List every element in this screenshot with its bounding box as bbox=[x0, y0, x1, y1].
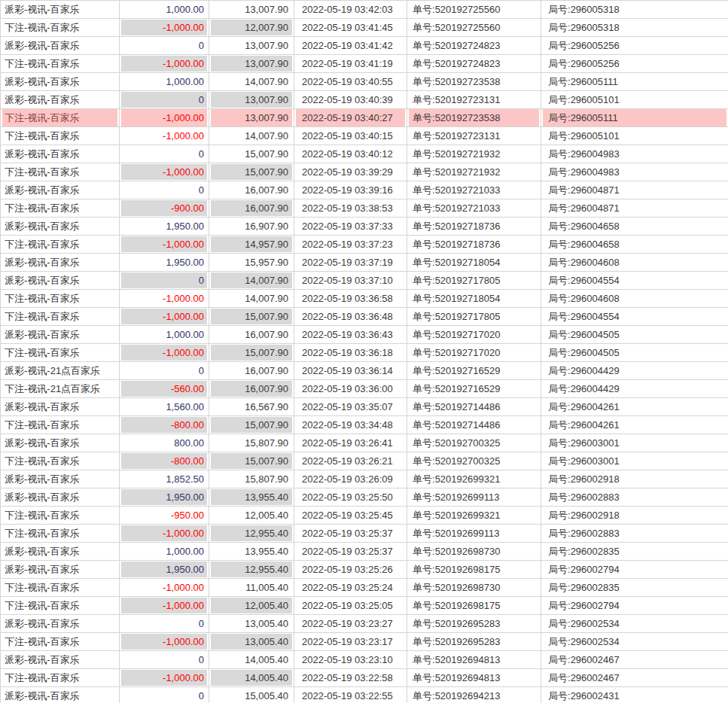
cell-amount: -1,000.00 bbox=[120, 236, 209, 254]
transaction-row[interactable]: 下注-视讯-百家乐 -1,000.00 14,957.90 2022-05-19… bbox=[1, 236, 728, 254]
transaction-row[interactable]: 派彩-视讯-百家乐 0 14,007.90 2022-05-19 03:37:1… bbox=[1, 272, 728, 290]
transaction-row[interactable]: 下注-视讯-21点百家乐 -560.00 16,007.90 2022-05-1… bbox=[1, 380, 728, 398]
order-prefix-label: 单号: bbox=[413, 582, 435, 593]
transaction-row[interactable]: 派彩-视讯-百家乐 1,000.00 13,955.40 2022-05-19 … bbox=[1, 543, 728, 561]
cell-timestamp: 2022-05-19 03:40:55 bbox=[294, 73, 407, 91]
cell-order-number: 单号:520192695283 bbox=[407, 615, 541, 633]
order-number: 520192716529 bbox=[435, 383, 501, 394]
transaction-row[interactable]: 派彩-视讯-百家乐 0 15,005.40 2022-05-19 03:22:5… bbox=[1, 687, 728, 703]
transactions-table: 派彩-视讯-百家乐 1,000.00 13,007.90 2022-05-19 … bbox=[0, 0, 728, 703]
cell-balance: 16,007.90 bbox=[209, 326, 294, 344]
transaction-row[interactable]: 下注-视讯-百家乐 -1,000.00 15,007.90 2022-05-19… bbox=[1, 344, 728, 362]
transaction-row[interactable]: 下注-视讯-百家乐 -1,000.00 13,007.90 2022-05-19… bbox=[1, 55, 728, 73]
transaction-row[interactable]: 派彩-视讯-百家乐 1,000.00 14,007.90 2022-05-19 … bbox=[1, 73, 728, 91]
transaction-row[interactable]: 派彩-视讯-百家乐 0 16,007.90 2022-05-19 03:39:1… bbox=[1, 181, 728, 199]
transaction-row-selected[interactable]: 下注-视讯-百家乐 -1,000.00 13,007.90 2022-05-19… bbox=[1, 109, 728, 127]
order-number: 520192721932 bbox=[435, 148, 501, 160]
order-prefix-label: 单号: bbox=[413, 600, 435, 611]
cell-timestamp: 2022-05-19 03:22:58 bbox=[294, 669, 407, 687]
transaction-row[interactable]: 派彩-视讯-21点百家乐 0 16,007.90 2022-05-19 03:3… bbox=[1, 362, 728, 380]
cell-round-number: 局号:296002534 bbox=[541, 633, 728, 651]
order-number: 520192721033 bbox=[435, 184, 501, 196]
transaction-row[interactable]: 下注-视讯-百家乐 -1,000.00 11,005.40 2022-05-19… bbox=[1, 579, 728, 597]
transaction-row[interactable]: 下注-视讯-百家乐 -1,000.00 15,007.90 2022-05-19… bbox=[1, 163, 728, 181]
transaction-row[interactable]: 派彩-视讯-百家乐 1,852.50 15,807.90 2022-05-19 … bbox=[1, 470, 728, 488]
cell-game-type: 派彩-视讯-百家乐 bbox=[1, 543, 120, 561]
transaction-row[interactable]: 派彩-视讯-百家乐 1,950.00 16,907.90 2022-05-19 … bbox=[1, 218, 728, 236]
round-prefix-label: 局号: bbox=[548, 672, 571, 683]
transaction-row[interactable]: 下注-视讯-百家乐 -1,000.00 14,007.90 2022-05-19… bbox=[1, 127, 728, 145]
round-number: 296004261 bbox=[571, 401, 620, 412]
cell-balance: 15,005.40 bbox=[209, 687, 294, 703]
cell-timestamp: 2022-05-19 03:39:16 bbox=[294, 181, 407, 199]
cell-game-type: 派彩-视讯-百家乐 bbox=[1, 37, 120, 55]
round-prefix-label: 局号: bbox=[548, 257, 571, 268]
cell-amount: 0 bbox=[120, 651, 209, 669]
cell-timestamp: 2022-05-19 03:25:24 bbox=[294, 579, 407, 597]
cell-game-type: 派彩-视讯-百家乐 bbox=[1, 615, 120, 633]
cell-amount: -1,000.00 bbox=[120, 127, 209, 145]
order-prefix-label: 单号: bbox=[413, 528, 435, 539]
transaction-row[interactable]: 派彩-视讯-百家乐 1,000.00 13,007.90 2022-05-19 … bbox=[1, 1, 728, 19]
transaction-row[interactable]: 派彩-视讯-百家乐 0 14,005.40 2022-05-19 03:23:1… bbox=[1, 651, 728, 669]
transaction-row[interactable]: 派彩-视讯-百家乐 0 13,005.40 2022-05-19 03:23:2… bbox=[1, 615, 728, 633]
cell-balance: 15,957.90 bbox=[209, 254, 294, 272]
transaction-row[interactable]: 下注-视讯-百家乐 -1,000.00 12,005.40 2022-05-19… bbox=[1, 597, 728, 615]
cell-order-number: 单号:520192695283 bbox=[407, 633, 541, 651]
transaction-row[interactable]: 下注-视讯-百家乐 -800.00 15,007.90 2022-05-19 0… bbox=[1, 452, 728, 470]
transaction-row[interactable]: 派彩-视讯-百家乐 800.00 15,807.90 2022-05-19 03… bbox=[1, 434, 728, 452]
cell-timestamp: 2022-05-19 03:36:14 bbox=[294, 362, 407, 380]
transaction-row[interactable]: 下注-视讯-百家乐 -1,000.00 12,007.90 2022-05-19… bbox=[1, 19, 728, 37]
cell-game-type: 下注-视讯-百家乐 bbox=[1, 416, 120, 434]
round-number: 296002883 bbox=[571, 491, 620, 503]
cell-round-number: 局号:296004554 bbox=[541, 272, 728, 290]
cell-amount: 0 bbox=[120, 687, 209, 703]
transaction-row[interactable]: 下注-视讯-百家乐 -1,000.00 12,955.40 2022-05-19… bbox=[1, 525, 728, 543]
order-prefix-label: 单号: bbox=[413, 347, 435, 358]
order-prefix-label: 单号: bbox=[413, 257, 435, 268]
transaction-row[interactable]: 下注-视讯-百家乐 -900.00 16,007.90 2022-05-19 0… bbox=[1, 199, 728, 218]
cell-game-type: 派彩-视讯-百家乐 bbox=[1, 470, 120, 488]
order-prefix-label: 单号: bbox=[413, 491, 435, 503]
transaction-row[interactable]: 派彩-视讯-百家乐 1,950.00 12,955.40 2022-05-19 … bbox=[1, 561, 728, 579]
order-prefix-label: 单号: bbox=[413, 148, 435, 160]
cell-timestamp: 2022-05-19 03:25:05 bbox=[294, 597, 407, 615]
transaction-row[interactable]: 派彩-视讯-百家乐 1,950.00 13,955.40 2022-05-19 … bbox=[1, 488, 728, 507]
cell-order-number: 单号:520192721033 bbox=[407, 199, 541, 218]
transaction-row[interactable]: 派彩-视讯-百家乐 0 15,007.90 2022-05-19 03:40:1… bbox=[1, 145, 728, 163]
cell-order-number: 单号:520192714486 bbox=[407, 398, 541, 416]
cell-game-type: 派彩-视讯-百家乐 bbox=[1, 651, 120, 669]
transactions-table-body: 派彩-视讯-百家乐 1,000.00 13,007.90 2022-05-19 … bbox=[1, 1, 728, 703]
round-prefix-label: 局号: bbox=[548, 221, 571, 232]
cell-order-number: 单号:520192694813 bbox=[407, 651, 541, 669]
round-prefix-label: 局号: bbox=[548, 22, 571, 33]
round-number: 296002534 bbox=[571, 618, 620, 629]
round-prefix-label: 局号: bbox=[548, 654, 571, 665]
round-prefix-label: 局号: bbox=[548, 148, 571, 160]
order-prefix-label: 单号: bbox=[413, 22, 435, 33]
cell-order-number: 单号:520192724823 bbox=[407, 55, 541, 73]
round-number: 296004554 bbox=[571, 311, 620, 322]
order-number: 520192698175 bbox=[435, 600, 501, 611]
cell-order-number: 单号:520192699113 bbox=[407, 525, 541, 543]
transaction-row[interactable]: 下注-视讯-百家乐 -1,000.00 13,005.40 2022-05-19… bbox=[1, 633, 728, 651]
transaction-row[interactable]: 派彩-视讯-百家乐 0 13,007.90 2022-05-19 03:41:4… bbox=[1, 37, 728, 55]
transaction-row[interactable]: 下注-视讯-百家乐 -1,000.00 14,007.90 2022-05-19… bbox=[1, 290, 728, 308]
transaction-row[interactable]: 派彩-视讯-百家乐 1,000.00 16,007.90 2022-05-19 … bbox=[1, 326, 728, 344]
transaction-row[interactable]: 下注-视讯-百家乐 -950.00 12,005.40 2022-05-19 0… bbox=[1, 507, 728, 525]
cell-round-number: 局号:296004658 bbox=[541, 236, 728, 254]
order-prefix-label: 单号: bbox=[413, 455, 435, 467]
round-number: 296002794 bbox=[571, 600, 620, 611]
transaction-row[interactable]: 派彩-视讯-百家乐 1,560.00 16,567.90 2022-05-19 … bbox=[1, 398, 728, 416]
transaction-row[interactable]: 下注-视讯-百家乐 -1,000.00 14,005.40 2022-05-19… bbox=[1, 669, 728, 687]
cell-game-type: 下注-视讯-百家乐 bbox=[1, 452, 120, 470]
cell-round-number: 局号:296005101 bbox=[541, 91, 728, 109]
transaction-row[interactable]: 下注-视讯-百家乐 -800.00 15,007.90 2022-05-19 0… bbox=[1, 416, 728, 434]
cell-game-type: 派彩-视讯-百家乐 bbox=[1, 561, 120, 579]
transaction-row[interactable]: 下注-视讯-百家乐 -1,000.00 15,007.90 2022-05-19… bbox=[1, 308, 728, 326]
cell-amount: 1,000.00 bbox=[120, 1, 209, 19]
transaction-row[interactable]: 派彩-视讯-百家乐 1,950.00 15,957.90 2022-05-19 … bbox=[1, 254, 728, 272]
cell-amount: -1,000.00 bbox=[120, 344, 209, 362]
cell-balance: 14,007.90 bbox=[209, 127, 294, 145]
transaction-row[interactable]: 派彩-视讯-百家乐 0 13,007.90 2022-05-19 03:40:3… bbox=[1, 91, 728, 109]
